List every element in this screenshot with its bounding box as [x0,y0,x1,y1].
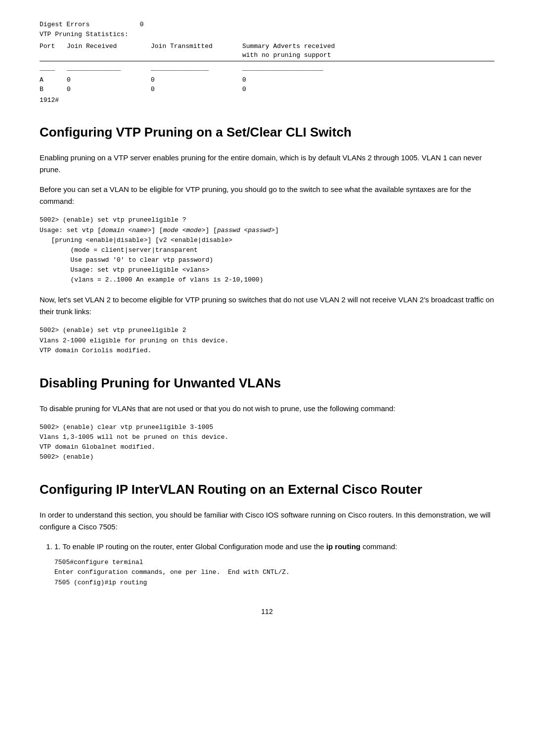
section2-para1: To disable pruning for VLANs that are no… [40,403,494,415]
code1-line2: Usage: set vtp [domain <name>] [mode <mo… [40,226,494,236]
col-join-transmitted-header: Join Transmitted [151,42,242,60]
section3-list: 1. To enable IP routing on the router, e… [54,541,494,587]
section3-code-line1: 7505#configure terminal [54,558,494,567]
col-join-received-header: Join Received [67,42,151,60]
section2-code: 5002> (enable) clear vtp pruneeligible 3… [40,423,494,463]
row-a-summary: 0 [242,75,381,85]
code1-line3: [pruning <enable|disable>] [v2 <enable|d… [40,236,494,245]
section1-code1: 5002> (enable) set vtp pruneeligible ? U… [40,215,494,285]
row-a-port: A [40,75,67,85]
section2-code-line2: Vlans 1,3-1005 will not be pruned on thi… [40,432,494,442]
code2-line3: VTP domain Coriolis modified. [40,346,494,356]
pruning-stats-table: Port Join Received Join Transmitted Summ… [40,42,494,105]
col-summary-underline: _____________________ [242,63,381,73]
code1-line4: (mode = client|server|transparent [40,245,494,255]
vtp-pruning-label: VTP Pruning Statistics: [40,30,494,40]
section1-para3: Now, let's set VLAN 2 to become eligible… [40,294,494,318]
terminal-output: Digest Errors 0 VTP Pruning Statistics: … [40,20,494,105]
section3-code: 7505#configure terminal Enter configurat… [54,558,494,587]
section2-code-line3: VTP domain Globalnet modified. [40,442,494,452]
row-b-join-transmitted: 0 [151,85,242,94]
section3-list-item1: 1. To enable IP routing on the router, e… [54,541,494,587]
digest-errors-label: Digest Errors [40,21,89,28]
row-a-join-transmitted: 0 [151,75,242,85]
digest-errors-value: 0 [140,21,144,28]
col-summary-header: Summary Adverts receivedwith no pruning … [242,42,381,60]
section2-code-line4: 5002> (enable) [40,452,494,462]
section2-heading: Disabling Pruning for Unwanted VLANs [40,376,494,391]
col-port-underline: ____ [40,63,67,73]
digest-errors-line: Digest Errors 0 [40,20,494,30]
page-number: 112 [40,608,494,615]
terminal-prompt: 1912# [40,95,494,105]
section3-code-line3: 7505 (config)#ip routing [54,578,494,588]
table-row-a: A 0 0 0 [40,75,494,85]
col-port-header: Port [40,42,67,60]
section3-heading: Configuring IP InterVLAN Routing on an E… [40,482,494,497]
section1-heading: Configuring VTP Pruning on a Set/Clear C… [40,125,494,140]
code1-line7: (vlans = 2..1000 An example of vlans is … [40,275,494,285]
section2-code-line1: 5002> (enable) clear vtp pruneeligible 3… [40,423,494,432]
list-item1-suffix: command: [360,542,397,551]
code2-line2: Vlans 2-1000 eligible for pruning on thi… [40,336,494,346]
list-item1-prefix: 1. To enable IP routing on the router, e… [54,542,326,551]
col-join-transmitted-underline: _______________ [151,63,242,73]
code1-line5: Use passwd '0' to clear vtp password) [40,255,494,265]
row-a-join-received: 0 [67,75,151,85]
table-row-b: B 0 0 0 [40,85,494,94]
row-b-summary: 0 [242,85,381,94]
section3-para1: In order to understand this section, you… [40,509,494,533]
section1-para2: Before you can set a VLAN to be eligible… [40,184,494,207]
code1-line6: Usage: set vtp pruneeligible <vlans> [40,265,494,275]
row-b-join-received: 0 [67,85,151,94]
section1-para1: Enabling pruning on a VTP server enables… [40,152,494,176]
section3-code-line2: Enter configuration commands, one per li… [54,567,494,577]
section1-code2: 5002> (enable) set vtp pruneeligible 2 V… [40,326,494,355]
list-item1-bold: ip routing [326,542,360,551]
col-join-received-underline: ______________ [67,63,151,73]
code1-line1: 5002> (enable) set vtp pruneeligible ? [40,215,494,225]
row-b-port: B [40,85,67,94]
code2-line1: 5002> (enable) set vtp pruneeligible 2 [40,326,494,335]
